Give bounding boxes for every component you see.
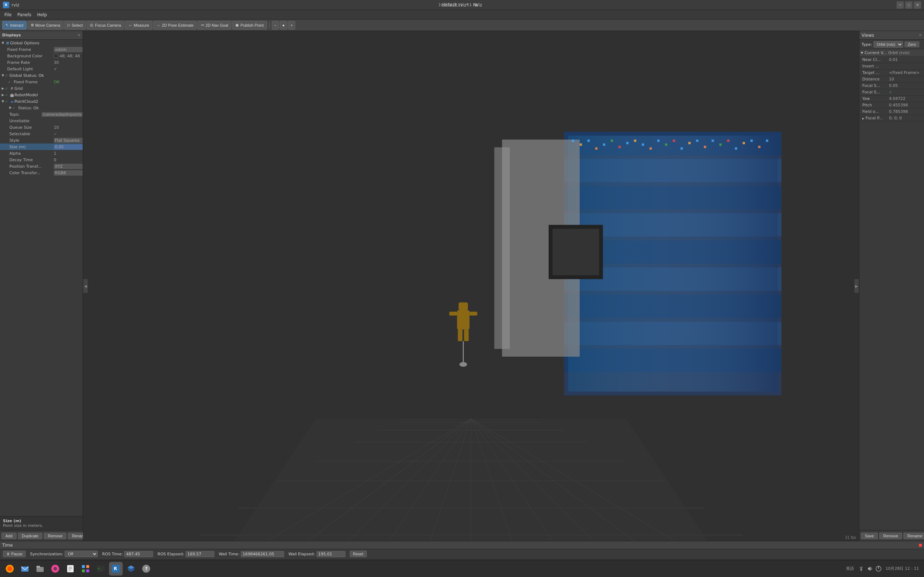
toolbar-measure[interactable]: ↔ Measure — [125, 21, 152, 29]
taskbar-firefox[interactable] — [3, 562, 16, 575]
taskbar-rviz[interactable]: R — [109, 562, 123, 575]
expand-global-options-icon[interactable]: ▼ — [1, 41, 5, 45]
viewport-3d[interactable]: ◀ ▶ 31 fps — [83, 31, 859, 541]
pointcloud2-label: PointCloud2 — [15, 99, 38, 104]
toolbar-2d-pose[interactable]: → 2D Pose Estimate — [153, 21, 197, 29]
restore-button[interactable]: □ — [905, 2, 913, 9]
grid-check[interactable]: ✓ — [5, 87, 10, 90]
2d-pose-label: 2D Pose Estimate — [162, 23, 194, 27]
taskbar-mail[interactable] — [18, 562, 32, 575]
toolbar-select[interactable]: ▷ Select — [64, 21, 86, 29]
near-clip-prop-value[interactable]: 0.01 — [888, 57, 898, 62]
pointcloud2-check[interactable]: ✓ — [5, 100, 10, 103]
focal-s2-prop-value[interactable]: ✓ — [888, 90, 892, 95]
selectable-prop-value[interactable]: ✓ — [54, 132, 82, 136]
rename-view-button[interactable]: Rename — [903, 533, 924, 539]
sys-tray-lang: 英語 — [844, 566, 856, 571]
collapse-right-button[interactable]: ▶ — [854, 279, 859, 293]
taskbar-files[interactable] — [33, 562, 47, 575]
tree-row-global-status[interactable]: ▼ ✓ Global Status: Ok — [0, 72, 82, 79]
titlebar: R rviz 10月28日 12：11 default.rviz* - RViz… — [0, 0, 924, 10]
position-transform-prop-value[interactable]: XYZ — [54, 164, 82, 169]
expand-robot-model-icon[interactable]: ▶ — [1, 93, 5, 97]
background-color-prop-value[interactable]: 48; 48; 48 — [54, 54, 82, 58]
toolbar-publish-point[interactable]: ◉ Publish Point — [232, 21, 267, 29]
fov-prop-value[interactable]: 0.785398 — [888, 109, 908, 114]
main-layout: Displays ✕ ▼ ⊞ Global Options Fixed Fram… — [0, 31, 924, 541]
view-section-current[interactable]: ▼ Current V... Orbit (rviz) — [859, 49, 924, 56]
taskbar-notes[interactable] — [63, 562, 77, 575]
menu-file[interactable]: File — [2, 11, 15, 18]
position-transform-prop-name: Position Transf... — [8, 164, 54, 169]
style-prop-value[interactable]: Flat Squares — [54, 138, 82, 143]
minimize-button[interactable]: ─ — [897, 2, 904, 9]
reset-button[interactable]: Reset — [350, 551, 367, 557]
fixed-frame-prop-value[interactable]: odom — [54, 47, 82, 52]
taskbar-apps[interactable] — [79, 562, 92, 575]
taskbar-layers[interactable] — [124, 562, 138, 575]
expand-global-status-icon[interactable]: ▼ — [1, 73, 5, 77]
ros-elapsed-field: ROS Elapsed: 169.57 — [157, 551, 215, 557]
remove-view-button[interactable]: Remove — [879, 533, 902, 539]
tree-row-global-options[interactable]: ▼ ⊞ Global Options — [0, 40, 82, 46]
views-close-icon[interactable]: ✕ — [919, 33, 922, 37]
decay-time-prop-value[interactable]: 0 — [54, 158, 82, 162]
default-light-prop-value[interactable]: ✓ — [54, 67, 82, 71]
queue-size-prop-value[interactable]: 10 — [54, 125, 82, 130]
svg-rect-52 — [681, 148, 683, 150]
yaw-prop-name: Yaw — [862, 96, 888, 101]
taskbar-help[interactable]: ? — [139, 562, 153, 575]
type-select[interactable]: Orbit (rviz) — [874, 41, 903, 48]
focal-s1-prop-value[interactable]: 0.05 — [888, 83, 898, 88]
prop-row-size[interactable]: Size (m) 0.05 — [0, 143, 82, 150]
toolbar-move-camera[interactable]: ⊕ Move Camera — [27, 21, 63, 29]
toolbar-2d-nav[interactable]: ⇒ 2D Nav Goal — [197, 21, 231, 29]
yaw-prop-value[interactable]: 4.04722 — [888, 96, 906, 101]
wall-elapsed-field: Wall Elapsed: 195.01 — [288, 551, 345, 557]
tree-row-grid[interactable]: ▶ ✓ # Grid — [0, 85, 82, 92]
displays-close-icon[interactable]: ✕ — [78, 33, 81, 37]
expand-pc-status-icon[interactable]: ▼ — [8, 106, 12, 110]
close-button[interactable]: ✕ — [914, 2, 921, 9]
near-clip-prop-name: Near Cl... — [862, 57, 888, 62]
tree-row-robot-model[interactable]: ▶ ✓ 🤖 RobotModel — [0, 92, 82, 98]
save-view-button[interactable]: Save — [861, 533, 878, 539]
menu-panels[interactable]: Panels — [15, 11, 34, 18]
prop-row-position-transform: Position Transf... XYZ — [0, 163, 82, 169]
tree-row-pointcloud2[interactable]: ▼ ✓ ☁ PointCloud2 — [0, 98, 82, 105]
topic-prop-value[interactable]: /camera/depth/points — [42, 112, 82, 117]
toolbar-interact[interactable]: ↖ Interact — [2, 21, 27, 29]
robot-model-check[interactable]: ✓ — [5, 93, 10, 97]
focal-p-prop-value[interactable]: 0; 0; 0 — [888, 116, 901, 121]
color-transform-prop-value[interactable]: RGB8 — [54, 170, 82, 176]
zoom-minus-button[interactable]: − — [272, 21, 279, 29]
frame-rate-prop-value[interactable]: 30 — [54, 60, 82, 65]
remove-display-button[interactable]: Remove — [44, 533, 66, 539]
pitch-prop-value[interactable]: 0.455398 — [888, 103, 908, 108]
distance-prop-value[interactable]: 10 — [888, 77, 894, 82]
expand-pointcloud2-icon[interactable]: ▼ — [1, 99, 5, 103]
toolbar-focus-camera[interactable]: ◎ Focus Camera — [87, 21, 124, 29]
pc-status-check: ✓ — [12, 106, 16, 110]
views-tree: ▼ Current V... Orbit (rviz) Near Cl... 0… — [859, 49, 924, 530]
2d-pose-icon: → — [156, 23, 160, 27]
taskbar-terminal[interactable]: >_ — [94, 562, 108, 575]
view-prop-target: Target ... <Fixed Frame> — [859, 69, 924, 76]
menu-help[interactable]: Help — [34, 11, 50, 18]
zoom-plus-button[interactable]: + — [288, 21, 295, 29]
collapse-left-button[interactable]: ◀ — [83, 279, 88, 293]
target-prop-value[interactable]: <Fixed Frame> — [888, 70, 920, 75]
taskbar-music[interactable] — [48, 562, 62, 575]
add-button[interactable]: Add — [2, 533, 16, 539]
focal-p-expand-icon[interactable]: ▶ — [862, 117, 864, 120]
alpha-prop-value[interactable]: 1 — [54, 151, 82, 156]
pause-button[interactable]: ⏸ Pause — [3, 551, 26, 557]
svg-rect-59 — [735, 148, 737, 150]
zero-button[interactable]: Zero — [905, 42, 919, 47]
sync-select[interactable]: Off Exact Approximate — [65, 551, 98, 557]
duplicate-button[interactable]: Duplicate — [18, 533, 43, 539]
size-prop-value[interactable]: 0.05 — [54, 144, 82, 150]
zoom-mid-button[interactable]: ● — [280, 21, 287, 29]
current-view-expand-icon[interactable]: ▼ — [861, 51, 863, 55]
expand-grid-icon[interactable]: ▶ — [1, 86, 5, 90]
